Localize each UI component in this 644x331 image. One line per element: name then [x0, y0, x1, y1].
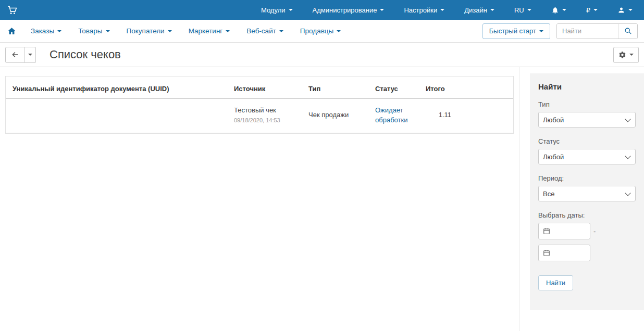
sidebar-title: Найти	[538, 82, 636, 91]
page-title: Список чеков	[49, 48, 121, 61]
search-input[interactable]	[557, 24, 618, 39]
search-icon	[624, 27, 632, 35]
nav-item-website[interactable]: Веб-сайт	[246, 27, 283, 35]
period-label: Период:	[538, 174, 636, 182]
chevron-down-icon	[106, 30, 110, 34]
date-from-row: -	[538, 223, 636, 239]
dates-label: Выбрать даты:	[538, 211, 636, 219]
notifications-menu[interactable]	[551, 6, 566, 14]
receipts-table: Уникальный идентификатор документа (UUID…	[6, 77, 513, 133]
topbar-menu-modules[interactable]: Модули	[261, 6, 293, 14]
calendar-icon[interactable]	[543, 249, 550, 257]
type-select-wrap: Любой	[538, 112, 636, 128]
status-link[interactable]: Ожидает обработки	[375, 106, 407, 124]
menu-label: Настройки	[404, 6, 437, 14]
chevron-down-icon	[57, 30, 61, 34]
source-name: Тестовый чек	[234, 106, 296, 116]
search-button[interactable]	[618, 24, 637, 39]
filter-status-group: Статус Любой	[538, 137, 636, 164]
date-to-box	[538, 245, 590, 261]
menu-label: Модули	[261, 6, 286, 14]
filter-type-group: Тип Любой	[538, 100, 636, 128]
cell-source: Тестовый чек 09/18/2020, 14:53	[227, 99, 302, 133]
admin-topbar: Модули Администрирование Настройки Дизай…	[0, 0, 644, 20]
currency-switcher[interactable]: ₽	[586, 6, 598, 14]
global-search	[556, 23, 638, 39]
menu-label: Администрирование	[313, 6, 377, 14]
main-navbar: Заказы Товары Покупатели Маркетинг Веб-с…	[0, 20, 644, 43]
main-panel: Уникальный идентификатор документа (UUID…	[0, 67, 519, 331]
type-select[interactable]: Любой	[538, 112, 636, 128]
content-area: Уникальный идентификатор документа (UUID…	[0, 67, 644, 331]
column-header-total: Итого	[419, 77, 461, 99]
nav-label: Товары	[78, 27, 102, 35]
back-history-dropdown[interactable]	[24, 47, 36, 63]
chevron-down-icon	[28, 54, 32, 58]
nav-item-marketing[interactable]: Маркетинг	[189, 27, 230, 35]
nav-label: Веб-сайт	[246, 27, 276, 35]
topbar-language-switcher[interactable]: RU	[514, 6, 531, 14]
date-from-input[interactable]	[554, 227, 587, 235]
back-button-group	[5, 47, 36, 63]
cell-status: Ожидает обработки	[368, 99, 419, 133]
filter-period-group: Период: Все	[538, 174, 636, 201]
user-menu[interactable]	[617, 6, 633, 14]
topbar-menu-design[interactable]: Дизайн	[464, 6, 494, 14]
chevron-down-icon	[440, 9, 444, 13]
chevron-down-icon	[628, 9, 633, 13]
chevron-down-icon	[168, 30, 172, 34]
chevron-down-icon	[380, 9, 384, 13]
chevron-down-icon	[337, 30, 341, 34]
nav-label: Продавцы	[300, 27, 333, 35]
cell-type: Чек продажи	[302, 99, 368, 133]
chevron-down-icon	[539, 30, 543, 34]
period-select-wrap: Все	[538, 186, 636, 201]
quick-start-button[interactable]: Быстрый старт	[482, 23, 550, 39]
filter-dates-group: Выбрать даты: -	[538, 211, 636, 261]
currency-symbol: ₽	[586, 6, 590, 14]
column-header-status: Статус	[368, 77, 419, 99]
chevron-down-icon	[490, 9, 494, 13]
chevron-down-icon	[562, 9, 566, 13]
cart-icon[interactable]	[7, 5, 17, 15]
arrow-left-icon	[11, 50, 19, 59]
menu-label: Дизайн	[464, 6, 487, 14]
column-header-source: Источник	[227, 77, 302, 99]
date-separator: -	[593, 227, 596, 235]
topbar-menu-settings[interactable]: Настройки	[404, 6, 444, 14]
table-row: Тестовый чек 09/18/2020, 14:53 Чек прода…	[6, 99, 513, 133]
date-to-row	[538, 245, 636, 261]
date-to-input[interactable]	[554, 249, 587, 257]
chevron-down-icon	[593, 9, 598, 13]
chevron-down-icon	[629, 54, 634, 58]
quick-start-label: Быстрый старт	[489, 27, 536, 35]
status-label: Статус	[538, 137, 636, 145]
home-icon	[7, 27, 16, 35]
page-header: Список чеков	[0, 43, 644, 67]
bell-icon	[551, 6, 559, 14]
status-select-wrap: Любой	[538, 149, 636, 164]
sidebar-search-button[interactable]: Найти	[538, 275, 573, 290]
home-button[interactable]	[7, 27, 16, 35]
status-select[interactable]: Любой	[538, 149, 636, 164]
nav-item-customers[interactable]: Покупатели	[127, 27, 172, 35]
chevron-down-icon	[226, 30, 230, 34]
nav-label: Покупатели	[127, 27, 165, 35]
calendar-icon[interactable]	[543, 227, 550, 235]
nav-item-products[interactable]: Товары	[78, 27, 109, 35]
settings-gear-button[interactable]	[613, 47, 639, 63]
chevron-down-icon	[527, 9, 531, 13]
source-date: 09/18/2020, 14:53	[234, 117, 296, 125]
cell-uuid	[6, 99, 227, 133]
gear-icon	[618, 51, 626, 59]
topbar-menu-administration[interactable]: Администрирование	[313, 6, 385, 14]
date-from-box	[538, 223, 590, 239]
nav-item-vendors[interactable]: Продавцы	[300, 27, 341, 35]
back-button[interactable]	[5, 47, 24, 63]
nav-item-orders[interactable]: Заказы	[31, 27, 61, 35]
language-label: RU	[514, 6, 524, 14]
search-sidebar: Найти Тип Любой Статус Любой Перио	[530, 73, 644, 310]
period-select[interactable]: Все	[538, 186, 636, 201]
column-header-uuid: Уникальный идентификатор документа (UUID…	[6, 77, 227, 99]
user-icon	[617, 6, 625, 14]
